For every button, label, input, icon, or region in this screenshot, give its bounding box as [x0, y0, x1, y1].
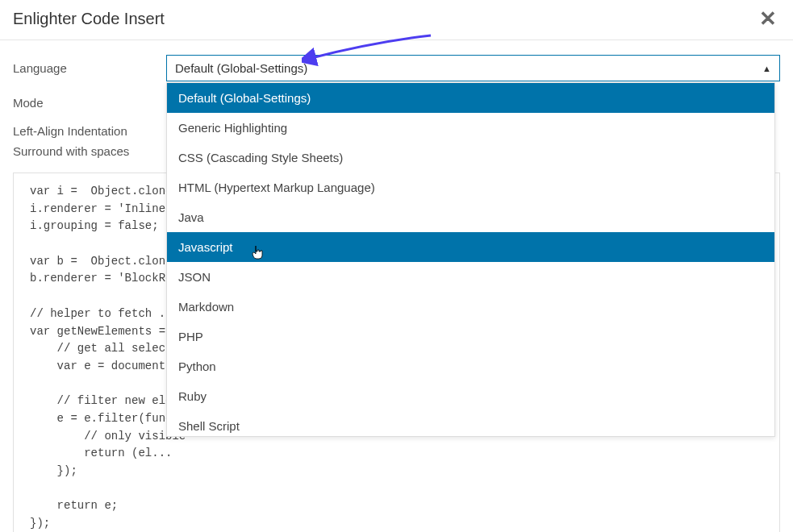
language-select[interactable]: Default (Global-Settings) ▲ — [166, 55, 780, 81]
hand-cursor-icon — [252, 245, 265, 264]
chevron-down-icon: ▲ — [762, 64, 771, 73]
row-language: Language Default (Global-Settings) ▲ — [13, 55, 780, 81]
language-select-display[interactable]: Default (Global-Settings) ▲ — [166, 55, 780, 81]
language-option[interactable]: JSON — [167, 262, 774, 292]
language-option[interactable]: Java — [167, 202, 774, 232]
language-option[interactable]: HTML (Hypertext Markup Language) — [167, 172, 774, 202]
language-dropdown-list[interactable]: Default (Global-Settings)Generic Highlig… — [167, 83, 774, 438]
language-option[interactable]: Shell Script — [167, 411, 774, 438]
close-icon[interactable]: ✕ — [756, 6, 780, 31]
label-leftalign: Left-Align Indentation — [13, 124, 166, 138]
label-mode: Mode — [13, 96, 166, 110]
language-selected-value: Default (Global-Settings) — [175, 61, 307, 75]
language-option[interactable]: PHP — [167, 322, 774, 351]
label-language: Language — [13, 61, 166, 75]
language-option[interactable]: Ruby — [167, 381, 774, 411]
language-option[interactable]: Python — [167, 351, 774, 381]
language-dropdown: Default (Global-Settings)Generic Highlig… — [166, 82, 775, 437]
language-option[interactable]: Default (Global-Settings) — [167, 83, 774, 113]
language-option[interactable]: Javascript — [167, 232, 774, 262]
language-option[interactable]: Generic Highlighting — [167, 113, 774, 143]
language-option[interactable]: CSS (Cascading Style Sheets) — [167, 143, 774, 172]
label-surround: Surround with spaces — [13, 144, 166, 158]
dialog-header: Enlighter Code Insert ✕ — [0, 0, 793, 40]
language-option[interactable]: Markdown — [167, 292, 774, 322]
dialog-title: Enlighter Code Insert — [13, 10, 165, 28]
